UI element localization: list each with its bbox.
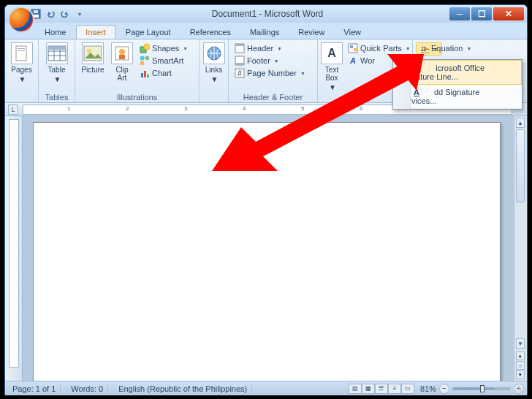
menu-ms-office-signature-line[interactable]: Microsoft Office Signature Line...: [393, 60, 522, 85]
svg-rect-34: [354, 48, 357, 51]
select-browse-object[interactable]: ○: [516, 361, 525, 370]
office-button[interactable]: [8, 7, 34, 33]
chart-button[interactable]: Chart: [137, 67, 191, 79]
footer-button[interactable]: Footer▼: [232, 55, 308, 66]
redo-icon[interactable]: [59, 8, 71, 20]
clipart-icon: [111, 42, 133, 64]
ribbon-tabs: Home Insert Page Layout References Maili…: [5, 23, 527, 39]
smartart-icon: [140, 56, 150, 66]
textbox-label: Text Box: [325, 66, 338, 82]
header-button[interactable]: Header▼: [232, 42, 308, 54]
equation-button[interactable]: πEquation▼: [416, 42, 474, 54]
group-tables-label: Tables: [42, 91, 72, 102]
svg-rect-11: [48, 46, 66, 50]
picture-label: Picture: [81, 66, 104, 74]
outline-view[interactable]: ≡: [388, 384, 401, 394]
shapes-icon: [140, 43, 150, 53]
group-tables: Table▼ Tables: [39, 39, 75, 102]
zoom-slider-thumb[interactable]: [480, 385, 484, 392]
zoom-out-button[interactable]: −: [439, 384, 449, 394]
full-screen-view[interactable]: ▦: [362, 384, 375, 394]
scroll-down-button[interactable]: ▼: [516, 338, 525, 349]
pages-label: Pages: [11, 66, 31, 74]
shapes-button[interactable]: Shapes▼: [137, 42, 191, 54]
svg-rect-16: [119, 55, 125, 59]
zoom-level[interactable]: 81%: [420, 384, 436, 393]
svg-rect-33: [350, 45, 353, 48]
footer-icon: [235, 56, 245, 66]
tab-references[interactable]: References: [181, 26, 240, 39]
equation-icon: π: [419, 43, 429, 53]
textbox-button[interactable]: A Text Box▼: [321, 41, 343, 93]
web-layout-view[interactable]: ☰: [375, 384, 388, 394]
pages-icon: [11, 42, 33, 64]
tab-page-layout[interactable]: Page Layout: [117, 26, 180, 39]
tab-insert[interactable]: Insert: [76, 25, 115, 39]
chart-icon: [140, 68, 150, 78]
svg-rect-21: [140, 61, 144, 65]
links-button[interactable]: Links▼: [202, 41, 225, 85]
tab-selector[interactable]: L: [8, 104, 18, 115]
vertical-ruler: [5, 116, 23, 381]
svg-rect-29: [235, 63, 244, 65]
close-button[interactable]: ✕: [493, 7, 524, 20]
clipart-label: Clip Art: [115, 66, 128, 82]
status-words[interactable]: Words: 0: [66, 384, 108, 393]
tab-home[interactable]: Home: [36, 26, 75, 39]
svg-rect-23: [144, 71, 146, 77]
header-icon: [235, 43, 245, 53]
pages-button[interactable]: Pages▼: [8, 41, 35, 85]
svg-rect-4: [18, 48, 25, 49]
prev-page-button[interactable]: ▴: [516, 352, 525, 360]
document-area[interactable]: [23, 116, 514, 381]
print-layout-view[interactable]: ▤: [349, 384, 362, 394]
textbox-icon: A: [321, 42, 343, 64]
tab-mailings[interactable]: Mailings: [241, 26, 288, 39]
page-number-button[interactable]: #Page Number▼: [232, 67, 308, 79]
qat-customize-icon[interactable]: ▼: [74, 8, 86, 20]
table-button[interactable]: Table▼: [42, 41, 72, 85]
group-header-footer-label: Header & Footer: [232, 91, 314, 102]
draft-view[interactable]: ▭: [401, 384, 414, 394]
status-page[interactable]: Page: 1 of 1: [8, 384, 61, 393]
status-language[interactable]: English (Republic of the Philippines): [114, 384, 252, 393]
workspace: ▲ ▼ ▴ ○ ▾: [5, 116, 527, 381]
statusbar: Page: 1 of 1 Words: 0 English (Republic …: [5, 381, 527, 395]
tab-review[interactable]: Review: [289, 26, 333, 39]
table-icon: [46, 42, 68, 64]
clipart-button[interactable]: Clip Art: [110, 41, 134, 83]
smartart-button[interactable]: SmartArt: [137, 55, 191, 66]
tab-view[interactable]: View: [335, 26, 370, 39]
quick-parts-button[interactable]: Quick Parts▼: [345, 42, 414, 54]
svg-rect-2: [34, 10, 38, 13]
scroll-thumb[interactable]: [516, 129, 525, 202]
scroll-up-button[interactable]: ▲: [516, 118, 525, 128]
view-buttons: ▤ ▦ ☰ ≡ ▭: [349, 384, 414, 394]
picture-icon: [82, 42, 104, 64]
wordart-icon: A: [348, 56, 358, 66]
group-illustrations-label: Illustrations: [78, 91, 196, 102]
svg-rect-27: [235, 44, 244, 46]
group-pages: Pages▼: [5, 39, 39, 102]
undo-icon[interactable]: [45, 8, 56, 20]
group-links: Links▼: [200, 39, 229, 102]
minimize-button[interactable]: ─: [449, 7, 470, 20]
vertical-scrollbar: ▲ ▼ ▴ ○ ▾: [514, 116, 527, 381]
svg-rect-5: [18, 50, 25, 51]
svg-text:#: #: [238, 69, 243, 77]
menu-add-signature-services[interactable]: Add Signature Services...: [393, 85, 522, 109]
page-canvas[interactable]: [33, 122, 501, 381]
group-header-footer: Header▼ Footer▼ #Page Number▼ Header & F…: [229, 39, 318, 102]
window-controls: ─ ☐ ✕: [449, 7, 524, 20]
window-title: Document1 - Microsoft Word: [86, 9, 449, 19]
table-label: Table: [48, 66, 66, 74]
svg-point-15: [119, 49, 125, 55]
watermark: wikiHow: [494, 384, 526, 395]
svg-point-18: [144, 44, 150, 50]
group-illustrations: Picture Clip Art Shapes▼ SmartArt Chart …: [75, 39, 200, 102]
svg-rect-24: [147, 75, 149, 77]
picture-button[interactable]: Picture: [78, 41, 107, 75]
maximize-button[interactable]: ☐: [471, 7, 492, 20]
next-page-button[interactable]: ▾: [516, 370, 525, 379]
signature-line-dropdown: Microsoft Office Signature Line... Add S…: [392, 59, 522, 110]
